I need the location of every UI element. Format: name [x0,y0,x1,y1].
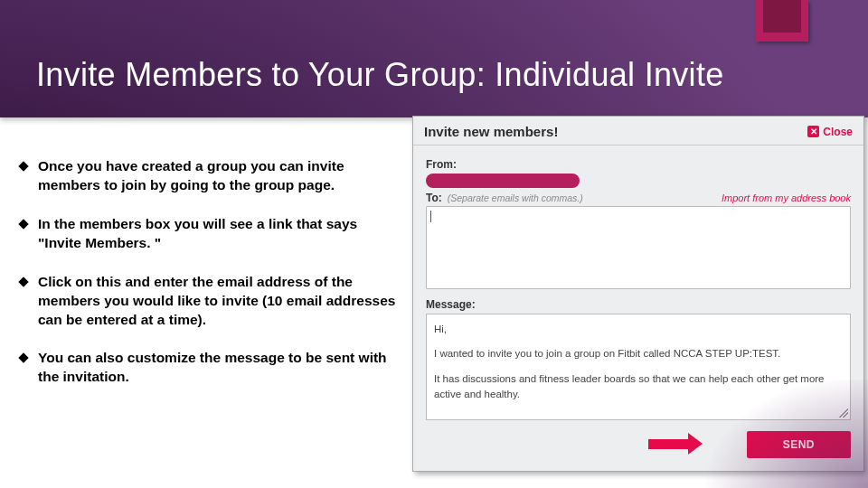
modal-title: Invite new members! [424,124,558,139]
diamond-icon [18,277,28,286]
from-label: From: [426,158,851,171]
bullet-text: Once you have created a group you can in… [38,158,344,192]
bullet-item: Click on this and enter the email addres… [38,273,400,330]
modal-header: Invite new members! ✕ Close [413,117,863,145]
decor-tab-outer [756,0,808,42]
bullet-list: Once you have created a group you can in… [38,157,400,407]
slide-title: Invite Members to Your Group: Individual… [36,56,724,94]
bullet-text: Click on this and enter the email addres… [38,274,395,327]
bullet-item: Once you have created a group you can in… [38,157,400,195]
slide: Invite Members to Your Group: Individual… [0,0,868,488]
send-button[interactable]: SEND [747,431,851,458]
close-button[interactable]: ✕ Close [807,126,853,138]
invite-modal: Invite new members! ✕ Close From: To: (S… [412,116,864,472]
arrow-shaft [648,439,688,449]
bullet-item: In the members box you will see a link t… [38,215,400,253]
diamond-icon [18,219,28,229]
to-label: To: [426,192,442,204]
import-address-book-link[interactable]: Import from my address book [722,192,851,203]
to-hint: (Separate emails with commas.) [448,192,583,203]
bullet-text: You can also customize the message to be… [38,350,387,384]
message-label: Message: [426,298,851,311]
arrow-head [688,433,703,455]
message-line: I wanted to invite you to join a group o… [434,346,843,361]
close-label: Close [823,126,853,138]
message-input[interactable]: Hi, I wanted to invite you to join a gro… [426,314,851,420]
close-icon: ✕ [807,126,819,137]
bullet-item: You can also customize the message to be… [38,349,400,387]
message-line: Hi, [434,322,843,337]
diamond-icon [18,161,28,171]
modal-footer: SEND [413,422,863,471]
diamond-icon [18,353,28,363]
arrow-icon [648,433,703,455]
to-row: To: (Separate emails with commas.) Impor… [426,192,851,204]
bullet-text: In the members box you will see a link t… [38,216,357,250]
modal-screenshot: Invite new members! ✕ Close From: To: (S… [409,116,868,488]
to-email-input[interactable] [426,206,851,289]
modal-body: From: To: (Separate emails with commas.)… [413,145,863,422]
from-value-redacted [426,174,580,188]
decor-tab-inner [763,0,801,33]
resize-grip-icon[interactable] [839,408,848,418]
message-line: It has discussions and fitness leader bo… [434,371,843,403]
text-cursor-icon [430,211,431,222]
